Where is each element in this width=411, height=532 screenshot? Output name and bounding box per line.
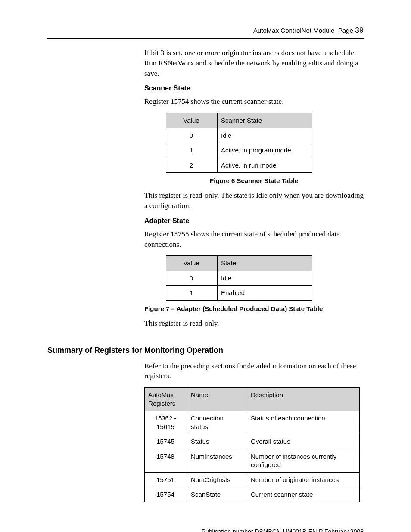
cell: Enabled [218,286,312,301]
cell: 1 [166,143,218,158]
scanner-state-table: Value Scanner State 0 Idle 1 Active, in … [166,113,312,173]
cell: Status of each connection [247,411,360,434]
summary-desc: Refer to the preceding sections for deta… [144,361,364,382]
table-header-row: Value Scanner State [166,113,312,128]
cell: 15748 [145,449,187,472]
content-block: If bit 3 is set, one or more originator … [144,48,364,301]
cell: 15751 [145,472,187,487]
page-header: AutoMax ControlNet Module Page 39 [47,26,364,35]
summary-heading: Summary of Registers for Monitoring Oper… [47,346,364,355]
table-row: 15751 NumOrigInsts Number of originator … [145,472,360,487]
table-row: 15745 Status Overall status [145,434,360,449]
adapter-state-heading: Adapter State [144,217,364,225]
cell: Number of instances currently configured [247,449,360,472]
col-header: AutoMax Registers [145,388,187,411]
cell: 1 [166,286,218,301]
col-header: State [218,256,312,271]
table-row: 0 Idle [166,271,312,286]
col-header: Value [166,256,218,271]
cell: 2 [166,158,218,173]
content-block-3: Refer to the preceding sections for deta… [144,361,364,502]
page-label: Page [338,27,353,34]
intro-paragraph: If bit 3 is set, one or more originator … [144,48,364,78]
cell: Active, in program mode [218,143,312,158]
scanner-state-note: This register is read-only. The state is… [144,190,364,211]
adapter-state-desc: Register 15755 shows the current state o… [144,229,364,250]
cell: 15754 [145,487,187,502]
adapter-state-table: Value State 0 Idle 1 Enabled [166,255,312,301]
col-header: Name [187,388,247,411]
summary-table: AutoMax Registers Name Description 15362… [144,387,360,502]
page-container: AutoMax ControlNet Module Page 39 If bit… [0,0,411,532]
table-row: 1 Enabled [166,286,312,301]
header-rule [47,38,364,39]
table-row: 2 Active, in run mode [166,158,312,173]
page-number: 39 [355,26,364,34]
table-row: 0 Idle [166,128,312,143]
cell: 15362 - 15615 [145,411,187,434]
scanner-state-heading: Scanner State [144,84,364,92]
content-block-2: This register is read-only. [144,318,364,329]
cell: NumInstances [187,449,247,472]
cell: 15745 [145,434,187,449]
cell: ScanState [187,487,247,502]
table-header-row: AutoMax Registers Name Description [145,388,360,411]
cell: NumOrigInsts [187,472,247,487]
table-row: 15748 NumInstances Number of instances c… [145,449,360,472]
doc-title: AutoMax ControlNet Module [253,27,334,34]
figure-7-caption: Figure 7 – Adapter (Scheduled Produced D… [144,305,364,312]
cell: Status [187,434,247,449]
cell: Active, in run mode [218,158,312,173]
table-row: 1 Active, in program mode [166,143,312,158]
scanner-state-desc: Register 15754 shows the current scanner… [144,96,364,107]
table-header-row: Value State [166,256,312,271]
cell: 0 [166,271,218,286]
cell: 0 [166,128,218,143]
col-header: Scanner State [218,113,312,128]
figure-6-caption: Figure 6 Scanner State Table [144,177,364,184]
table-row: 15754 ScanState Current scanner state [145,487,360,502]
adapter-state-note: This register is read-only. [144,318,364,329]
col-header: Description [247,388,360,411]
cell: Number of originator instances [247,472,360,487]
table-row: 15362 - 15615 Connection status Status o… [145,411,360,434]
cell: Idle [218,128,312,143]
cell: Idle [218,271,312,286]
cell: Current scanner state [247,487,360,502]
col-header: Value [166,113,218,128]
cell: Connection status [187,411,247,434]
cell: Overall status [247,434,360,449]
page-footer: Publication number DSMBCN-UM001B-EN-P Fe… [47,528,364,532]
